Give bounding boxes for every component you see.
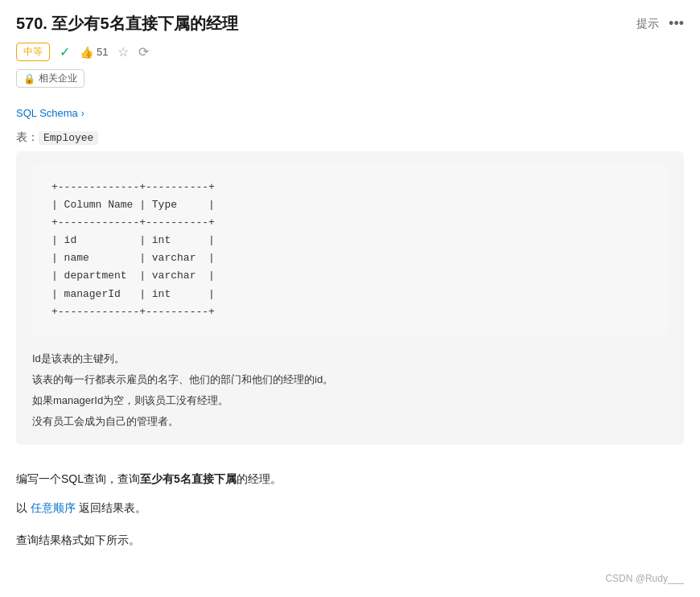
chevron-right-icon: › — [81, 108, 84, 119]
desc-line-3: 如果managerId为空，则该员工没有经理。 — [32, 390, 668, 411]
problem-text: 编写一个SQL查询，查询至少有5名直接下属的经理。 — [16, 467, 684, 490]
meta-row: 中等 ✓ 👍 51 ☆ ⟳ — [16, 43, 684, 61]
desc-line-4: 没有员工会成为自己的管理者。 — [32, 411, 668, 432]
table-prefix: 表： — [16, 130, 39, 143]
like-count[interactable]: 👍 51 — [80, 46, 108, 59]
refresh-icon[interactable]: ⟳ — [138, 44, 149, 60]
lock-icon: 🔒 — [23, 73, 35, 84]
hint-button[interactable]: 提示 — [636, 17, 659, 31]
schema-description-box: +-------------+----------+ | Column Name… — [16, 151, 684, 445]
more-icon[interactable]: ••• — [669, 15, 684, 32]
table-label-row: 表：Employee — [16, 130, 684, 145]
schema-box: +-------------+----------+ | Column Name… — [32, 164, 668, 336]
header-actions: 提示 ••• — [636, 15, 684, 32]
desc-line-1: Id是该表的主键列。 — [32, 348, 668, 369]
difficulty-badge: 中等 — [16, 43, 50, 61]
main-content: 编写一个SQL查询，查询至少有5名直接下属的经理。 以 任意顺序 返回结果表。 … — [16, 467, 684, 551]
schema-text: +-------------+----------+ | Column Name… — [51, 179, 649, 321]
star-icon[interactable]: ☆ — [117, 44, 129, 60]
page-title: 570. 至少有5名直接下属的经理 — [16, 13, 238, 35]
any-order-link[interactable]: 任意顺序 — [31, 501, 76, 514]
any-order-line: 以 任意顺序 返回结果表。 — [16, 496, 684, 519]
like-number: 51 — [97, 46, 108, 58]
description-block: Id是该表的主键列。 该表的每一行都表示雇员的名字、他们的部门和他们的经理的id… — [32, 348, 668, 432]
enterprise-tag-container: 🔒 相关企业 — [16, 69, 684, 97]
page-container: 570. 至少有5名直接下属的经理 提示 ••• 中等 ✓ 👍 51 ☆ ⟳ 🔒… — [0, 0, 700, 564]
desc-line-2: 该表的每一行都表示雇员的名字、他们的部门和他们的经理的id。 — [32, 369, 668, 390]
result-format-line: 查询结果格式如下所示。 — [16, 529, 684, 551]
header: 570. 至少有5名直接下属的经理 提示 ••• — [16, 13, 684, 35]
enterprise-tag[interactable]: 🔒 相关企业 — [16, 69, 84, 88]
sql-schema-label: SQL Schema — [16, 107, 78, 119]
sql-schema-link[interactable]: SQL Schema › — [16, 107, 684, 119]
problem-text-content: 编写一个SQL查询，查询至少有5名直接下属的经理。 — [16, 472, 282, 485]
check-icon: ✓ — [60, 44, 70, 60]
attribution: CSDN @Rudy___ — [605, 573, 684, 584]
thumb-icon: 👍 — [80, 46, 93, 59]
table-name: Employee — [39, 131, 98, 145]
enterprise-label: 相关企业 — [39, 72, 77, 85]
